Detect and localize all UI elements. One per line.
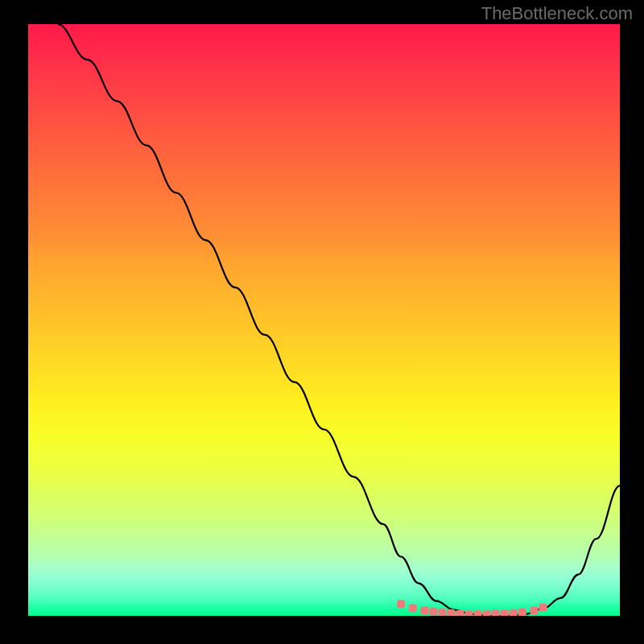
marker-dot bbox=[483, 610, 491, 616]
marker-dot bbox=[492, 610, 500, 616]
plot-area bbox=[28, 24, 620, 616]
marker-dot bbox=[465, 610, 473, 616]
marker-dot bbox=[518, 609, 526, 616]
bottleneck-curve bbox=[58, 24, 620, 616]
marker-dot bbox=[439, 609, 447, 616]
marker-dot bbox=[539, 604, 547, 612]
optimal-zone-markers bbox=[397, 600, 547, 616]
marker-dot bbox=[501, 609, 509, 616]
marker-dot bbox=[510, 609, 518, 616]
marker-dot bbox=[397, 600, 405, 608]
watermark-text: TheBottleneck.com bbox=[481, 3, 633, 24]
marker-dot bbox=[429, 608, 437, 616]
marker-dot bbox=[409, 604, 417, 612]
marker-dot bbox=[474, 610, 482, 616]
marker-dot bbox=[448, 609, 456, 616]
marker-dot bbox=[456, 610, 464, 616]
chart-svg bbox=[28, 24, 620, 616]
marker-dot bbox=[420, 606, 428, 614]
marker-dot bbox=[530, 606, 538, 614]
